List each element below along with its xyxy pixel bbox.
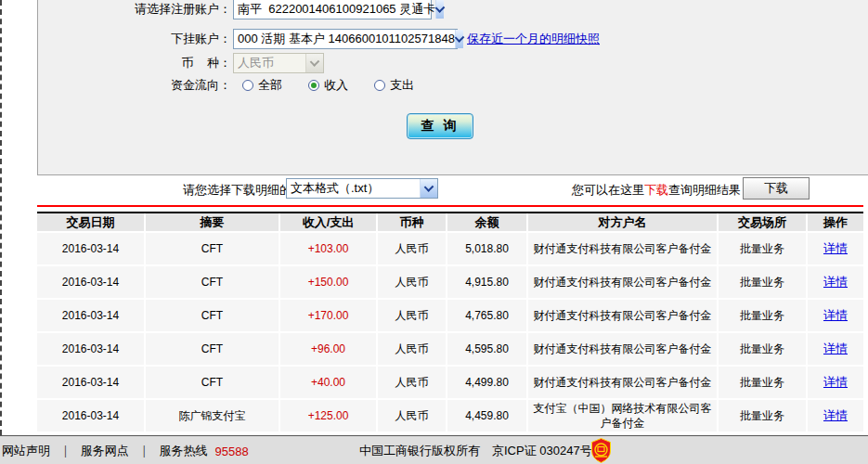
- cell-summary: CFT: [146, 233, 279, 264]
- radio-income[interactable]: 收入: [308, 77, 348, 94]
- cell-summary: CFT: [146, 367, 279, 398]
- detail-link[interactable]: 详情: [823, 307, 848, 324]
- detail-link[interactable]: 详情: [823, 341, 848, 357]
- cell-venue: 批量业务: [719, 233, 806, 264]
- cell-venue: 批量业务: [719, 367, 806, 398]
- download-format-value: 文本格式（.txt）: [287, 180, 420, 197]
- download-button[interactable]: 下载: [743, 177, 810, 200]
- cell-currency: 人民币: [378, 233, 446, 264]
- cell-action: 详情: [808, 400, 863, 432]
- query-button[interactable]: 查 询: [407, 113, 473, 139]
- download-hint-prefix: 您可以在这里: [572, 183, 644, 197]
- currency-row: 币 种： 人民币: [75, 53, 324, 73]
- site-statement-link[interactable]: 网站声明: [2, 443, 50, 459]
- currency-select: 人民币: [233, 53, 324, 73]
- cell-summary: 陈广锦支付宝: [146, 400, 279, 432]
- flow-radio-group: 全部 收入 支出: [242, 77, 440, 94]
- query-form-panel: 请选择注册账户： 南平 6222001406100921065 灵通卡 下挂账户…: [37, 0, 868, 175]
- cell-currency: 人民币: [378, 300, 446, 331]
- chevron-down-icon[interactable]: [420, 179, 437, 198]
- sub-account-label: 下挂账户：: [75, 31, 231, 47]
- left-frame-edge: [0, 0, 39, 435]
- cell-counterparty: 财付通支付科技有限公司客户备付金: [528, 333, 717, 365]
- police-badge-icon: [590, 438, 612, 463]
- sub-account-value: 000 活期 基本户 1406600101102571848: [234, 31, 455, 47]
- radio-icon[interactable]: [374, 80, 385, 91]
- register-account-row: 请选择注册账户： 南平 6222001406100921065 灵通卡: [75, 0, 432, 19]
- radio-icon[interactable]: [242, 80, 253, 91]
- cell-transaction-date: 2016-03-14: [37, 300, 144, 331]
- cell-summary: CFT: [146, 300, 279, 331]
- cell-amount: +103.00: [280, 233, 376, 264]
- chevron-down-icon[interactable]: [435, 0, 444, 19]
- table-row: 2016-03-14 CFT +40.00 人民币 4,499.80 财付通支付…: [37, 367, 863, 398]
- cell-balance: 4,459.80: [447, 400, 526, 432]
- save-snapshot-link[interactable]: 保存近一个月的明细快照: [467, 31, 600, 47]
- cell-transaction-date: 2016-03-14: [37, 367, 144, 398]
- download-hint-suffix: 查询明细结果: [668, 183, 741, 197]
- cell-action: 详情: [808, 300, 863, 331]
- cell-transaction-date: 2016-03-14: [37, 266, 144, 298]
- header-amount: 收入/支出: [280, 213, 376, 231]
- cell-summary: CFT: [146, 266, 279, 298]
- cell-amount: +40.00: [280, 367, 376, 398]
- cell-transaction-date: 2016-03-14: [37, 233, 144, 264]
- cell-balance: 5,018.80: [447, 233, 526, 264]
- cell-currency: 人民币: [378, 367, 446, 398]
- detail-link[interactable]: 详情: [823, 274, 848, 290]
- cell-summary: CFT: [146, 333, 279, 365]
- detail-link[interactable]: 详情: [823, 374, 848, 391]
- cell-counterparty: 财付通支付科技有限公司客户备付金: [528, 233, 717, 264]
- sub-account-select[interactable]: 000 活期 基本户 1406600101102571848: [233, 29, 458, 49]
- cell-action: 详情: [808, 333, 863, 365]
- header-venue: 交易场所: [719, 213, 806, 231]
- radio-icon[interactable]: [308, 80, 319, 91]
- header-balance: 余额: [447, 213, 526, 231]
- footer-separator: ｜: [138, 443, 150, 459]
- header-currency: 币种: [378, 213, 446, 231]
- service-branches-link[interactable]: 服务网点: [81, 443, 129, 459]
- cell-venue: 批量业务: [719, 300, 806, 331]
- detail-link[interactable]: 详情: [823, 407, 848, 424]
- cell-counterparty: 财付通支付科技有限公司客户备付金: [528, 367, 717, 398]
- footer-links: 网站声明 ｜ 服务网点 ｜ 服务热线 95588: [2, 443, 249, 459]
- copyright-text: 中国工商银行版权所有 京ICP证 030247号: [359, 443, 592, 459]
- cell-counterparty: 财付通支付科技有限公司客户备付金: [528, 266, 717, 298]
- cell-amount: +96.00: [280, 333, 376, 365]
- flow-label: 资金流向：: [75, 77, 231, 94]
- download-hint-red: 下载: [644, 183, 668, 197]
- cell-action: 详情: [808, 233, 863, 264]
- chevron-down-icon[interactable]: [455, 30, 463, 48]
- page-footer: 网站声明 ｜ 服务网点 ｜ 服务热线 95588 中国工商银行版权所有 京ICP…: [0, 435, 868, 464]
- currency-label: 币 种：: [75, 55, 231, 71]
- table-row: 2016-03-14 陈广锦支付宝 +125.00 人民币 4,459.80 支…: [37, 400, 863, 432]
- cell-action: 详情: [808, 266, 863, 298]
- hotline-label: 服务热线: [159, 443, 207, 459]
- cell-counterparty: 支付宝（中国）网络技术有限公司客户备付金: [528, 400, 717, 432]
- cell-amount: +170.00: [280, 300, 376, 331]
- cell-currency: 人民币: [378, 333, 446, 365]
- cell-amount: +125.00: [280, 400, 376, 432]
- table-row: 2016-03-14 CFT +103.00 人民币 5,018.80 财付通支…: [37, 233, 863, 264]
- cell-balance: 4,499.80: [447, 367, 526, 398]
- cell-balance: 4,595.80: [447, 333, 526, 365]
- flow-row: 资金流向： 全部 收入 支出: [75, 77, 440, 94]
- cell-transaction-date: 2016-03-14: [37, 400, 144, 432]
- header-transaction-date: 交易日期: [37, 213, 144, 231]
- cell-currency: 人民币: [378, 400, 446, 432]
- detail-link[interactable]: 详情: [823, 240, 848, 257]
- cell-venue: 批量业务: [719, 266, 806, 298]
- radio-expense[interactable]: 支出: [374, 77, 414, 94]
- table-header: 交易日期 摘要 收入/支出 币种 余额 对方户名 交易场所 操作: [37, 212, 863, 231]
- cell-balance: 4,915.80: [447, 266, 526, 298]
- download-format-select[interactable]: 文本格式（.txt）: [286, 178, 438, 199]
- sub-account-row: 下挂账户： 000 活期 基本户 1406600101102571848 保存近…: [75, 29, 600, 49]
- register-account-select[interactable]: 南平 6222001406100921065 灵通卡: [233, 0, 432, 19]
- table-body: 2016-03-14 CFT +103.00 人民币 5,018.80 财付通支…: [37, 233, 863, 432]
- cell-amount: +150.00: [280, 266, 376, 298]
- header-counterparty: 对方户名: [528, 213, 717, 231]
- cell-transaction-date: 2016-03-14: [37, 333, 144, 365]
- cell-counterparty: 财付通支付科技有限公司客户备付金: [528, 300, 717, 331]
- hotline-number: 95588: [214, 445, 248, 458]
- radio-all[interactable]: 全部: [242, 77, 282, 94]
